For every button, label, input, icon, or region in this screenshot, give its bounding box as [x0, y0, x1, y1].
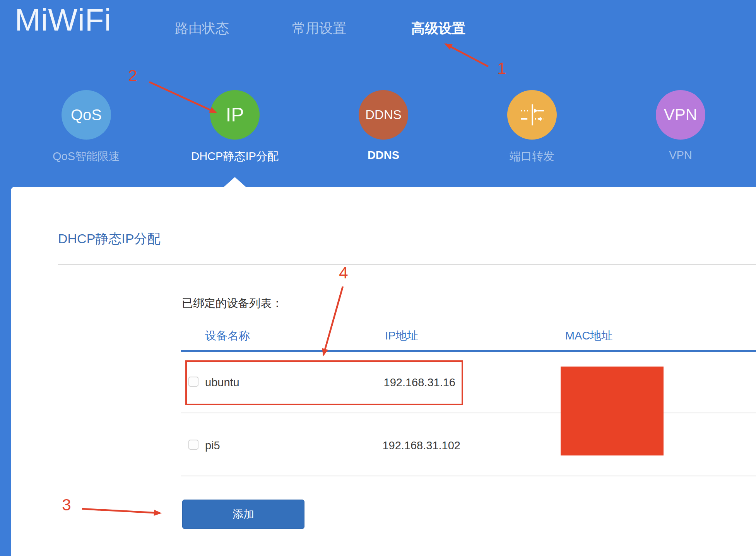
column-header-mac-address: MAC地址 [565, 328, 612, 344]
mac-address-redaction-block [561, 367, 664, 455]
ddns-icon[interactable]: DDNS [359, 90, 408, 140]
annotation-number-1: 1 [497, 59, 506, 78]
device-ip-cell: 192.168.31.16 [347, 376, 455, 389]
vpn-icon[interactable]: VPN [656, 90, 705, 140]
dhcp-static-ip-icon-glyph: IP [226, 104, 244, 126]
brand-logo: MiWiFi [15, 2, 111, 38]
feature-label-dhcp-static-ip: DHCP静态IP分配 [191, 149, 279, 164]
bound-device-list-label: 已绑定的设备列表： [182, 296, 283, 311]
feature-label-ddns: DDNS [368, 149, 399, 162]
qos-icon[interactable]: QoS [62, 90, 111, 140]
column-header-device-name: 设备名称 [205, 328, 250, 344]
vpn-icon-glyph: VPN [664, 106, 697, 124]
title-divider [58, 264, 756, 265]
annotation-arrow-1 [446, 44, 488, 67]
row-checkbox-pi5[interactable] [188, 440, 198, 450]
annotation-arrow-2 [149, 82, 216, 113]
nav-common-settings[interactable]: 常用设置 [292, 19, 346, 38]
device-ip-cell: 192.168.31.102 [352, 439, 460, 452]
row-divider [181, 476, 756, 476]
port-forward-icon[interactable] [507, 90, 557, 140]
feature-label-qos: QoS智能限速 [53, 149, 120, 164]
row-checkbox-ubuntu[interactable] [188, 377, 198, 387]
feature-label-port-forward: 端口转发 [510, 149, 554, 164]
page-title: DHCP静态IP分配 [58, 230, 160, 248]
annotation-number-2: 2 [128, 67, 137, 85]
qos-icon-glyph: QoS [71, 106, 102, 124]
column-header-ip-address: IP地址 [385, 328, 418, 344]
feature-label-vpn: VPN [669, 149, 692, 162]
table-header-underline [181, 350, 756, 352]
nav-router-status[interactable]: 路由状态 [175, 19, 229, 38]
ddns-icon-glyph: DDNS [365, 107, 402, 122]
nav-advanced-settings[interactable]: 高级设置 [411, 19, 465, 38]
port-forward-icon-glyph [517, 100, 547, 130]
content-panel: DHCP静态IP分配 已绑定的设备列表： 设备名称 IP地址 MAC地址 ubu… [11, 187, 756, 556]
add-button[interactable]: 添加 [182, 500, 304, 529]
panel-notch-pointer [224, 177, 246, 187]
device-name-cell: pi5 [205, 439, 220, 452]
dhcp-static-ip-icon[interactable]: IP [210, 90, 260, 140]
row-divider [181, 413, 756, 413]
device-name-cell: ubuntu [205, 376, 239, 389]
